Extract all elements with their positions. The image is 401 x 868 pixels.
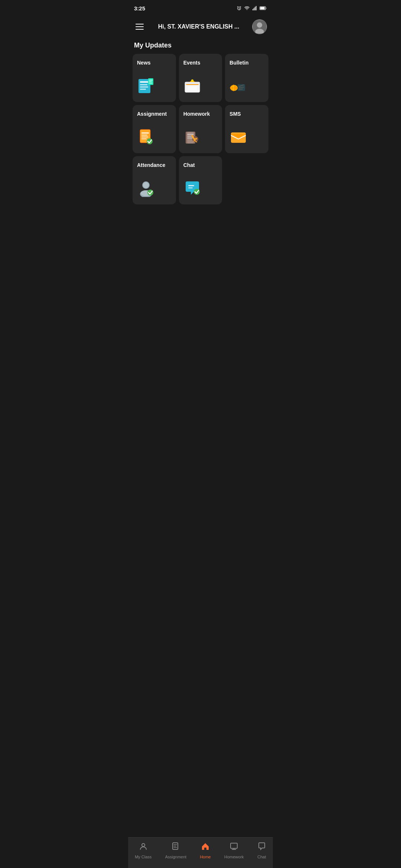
svg-rect-1	[252, 9, 253, 10]
alarm-icon	[237, 6, 242, 11]
section-title: My Updates	[128, 39, 273, 54]
svg-rect-4	[256, 6, 257, 10]
assignment-label: Assignment	[137, 111, 167, 117]
assignment-icon	[137, 128, 155, 147]
avatar-button[interactable]	[252, 19, 267, 34]
svg-rect-16	[149, 80, 153, 80]
bulletin-card[interactable]: Bulletin	[225, 54, 268, 102]
news-card[interactable]: News	[133, 54, 176, 102]
status-bar: 3:25	[128, 0, 273, 16]
events-label: Events	[183, 60, 200, 66]
attendance-label: Attendance	[137, 162, 165, 168]
sms-label: SMS	[229, 111, 241, 117]
attendance-icon	[137, 179, 155, 198]
wifi-icon	[244, 6, 250, 11]
updates-grid: News Events	[128, 54, 273, 204]
homework-card[interactable]: Homework	[179, 105, 222, 153]
chat-card[interactable]: Chat	[179, 156, 222, 204]
avatar-circle	[252, 19, 267, 34]
svg-rect-17	[149, 81, 152, 82]
svg-rect-14	[140, 89, 146, 90]
svg-rect-40	[187, 138, 193, 138]
svg-rect-34	[141, 138, 147, 139]
chat-icon	[183, 179, 201, 198]
svg-rect-18	[149, 83, 152, 83]
svg-rect-52	[188, 187, 193, 188]
svg-rect-11	[140, 81, 149, 83]
svg-rect-12	[140, 84, 147, 85]
svg-rect-51	[188, 185, 194, 186]
svg-rect-31	[141, 132, 149, 134]
news-label: News	[137, 60, 151, 66]
attendance-card[interactable]: Attendance	[133, 156, 176, 204]
status-time: 3:25	[134, 5, 145, 11]
svg-rect-6	[260, 7, 265, 9]
svg-point-23	[191, 79, 193, 82]
bulletin-label: Bulletin	[229, 60, 248, 66]
news-icon	[137, 77, 155, 96]
svg-rect-2	[254, 8, 254, 10]
hamburger-line-3	[136, 29, 144, 30]
events-card[interactable]: Events	[179, 54, 222, 102]
svg-point-47	[143, 182, 149, 188]
svg-rect-38	[187, 134, 194, 135]
hamburger-line-1	[136, 24, 144, 24]
svg-rect-3	[255, 7, 255, 10]
events-icon	[183, 77, 201, 96]
hamburger-line-2	[136, 26, 144, 27]
content-area: My Updates News Eve	[128, 39, 273, 238]
svg-point-8	[257, 22, 262, 27]
sms-icon	[229, 128, 247, 147]
svg-point-28	[231, 87, 234, 89]
header-title: Hi, ST. XAVIER'S ENGLISH ...	[145, 23, 252, 30]
header: Hi, ST. XAVIER'S ENGLISH ...	[128, 16, 273, 39]
svg-rect-33	[141, 137, 148, 138]
sms-card[interactable]: SMS	[225, 105, 268, 153]
svg-rect-24	[185, 82, 200, 84]
battery-icon	[260, 6, 267, 10]
svg-rect-13	[140, 86, 148, 88]
menu-button[interactable]	[134, 22, 145, 31]
homework-icon	[183, 128, 201, 147]
avatar-icon	[253, 20, 266, 33]
chat-label: Chat	[183, 162, 195, 168]
bulletin-icon	[229, 77, 247, 96]
homework-label: Homework	[183, 111, 210, 117]
svg-rect-32	[141, 135, 147, 136]
status-icons	[237, 6, 267, 11]
assignment-card[interactable]: Assignment	[133, 105, 176, 153]
signal-icon	[252, 6, 257, 11]
